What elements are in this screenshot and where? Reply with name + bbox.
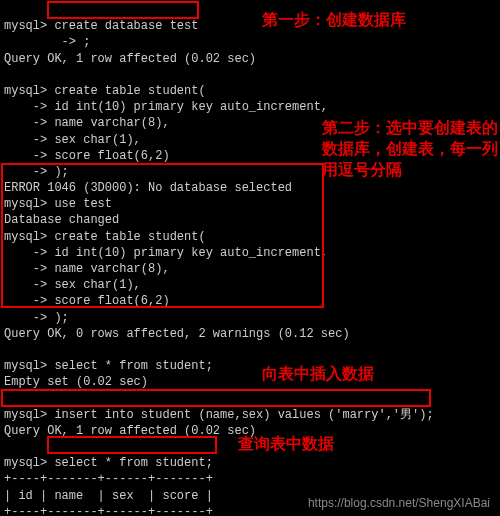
line: mysql> select * from student;: [4, 359, 213, 373]
line: Database changed: [4, 213, 119, 227]
line: -> name varchar(8),: [4, 116, 170, 130]
line: mysql> create database test: [4, 19, 198, 33]
line: -> sex char(1),: [4, 278, 141, 292]
line: -> score float(6,2): [4, 294, 170, 308]
line: -> );: [4, 311, 69, 325]
line: mysql> insert into student (name,sex) va…: [4, 408, 434, 422]
line: mysql> create table student(: [4, 84, 206, 98]
line: mysql> select * from student;: [4, 456, 213, 470]
line: +----+-------+------+-------+: [4, 505, 213, 516]
terminal-output: mysql> create database test -> ; Query O…: [0, 0, 500, 516]
line: Empty set (0.02 sec): [4, 375, 148, 389]
line: | id | name | sex | score |: [4, 489, 213, 503]
watermark-text: https://blog.csdn.net/ShengXIABai: [308, 496, 490, 510]
line: Query OK, 0 rows affected, 2 warnings (0…: [4, 327, 350, 341]
line: mysql> create table student(: [4, 230, 206, 244]
line: -> ;: [4, 35, 90, 49]
line: -> sex char(1),: [4, 133, 141, 147]
line: -> id int(10) primary key auto_increment…: [4, 246, 328, 260]
line: -> id int(10) primary key auto_increment…: [4, 100, 328, 114]
line: -> score float(6,2): [4, 149, 170, 163]
line: mysql> use test: [4, 197, 112, 211]
line: -> name varchar(8),: [4, 262, 170, 276]
line: ERROR 1046 (3D000): No database selected: [4, 181, 292, 195]
line: Query OK, 1 row affected (0.02 sec): [4, 52, 256, 66]
line: -> );: [4, 165, 69, 179]
line: +----+-------+------+-------+: [4, 472, 213, 486]
line: Query OK, 1 row affected (0.02 sec): [4, 424, 256, 438]
